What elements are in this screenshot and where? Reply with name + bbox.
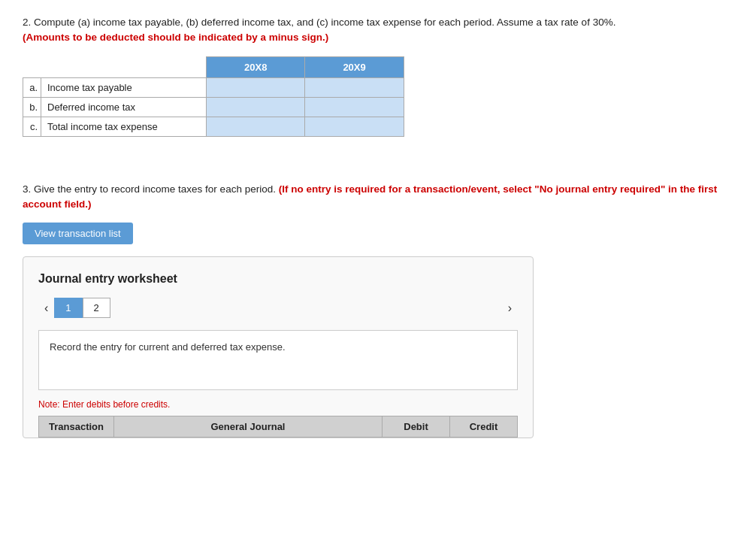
input-20x8-row-0[interactable]	[207, 77, 305, 97]
question3-main-text: 3. Give the entry to record income taxes…	[23, 183, 276, 195]
col-header-20x8: 20X8	[207, 56, 305, 77]
tab-2[interactable]: 2	[83, 298, 110, 318]
record-text: Record the entry for current and deferre…	[50, 341, 286, 353]
journal-th-credit: Credit	[450, 416, 518, 438]
input-20x9-field-0[interactable]	[305, 78, 403, 97]
tax-table-row: a. Income tax payable	[23, 77, 404, 97]
row-label-0: Income tax payable	[41, 77, 207, 97]
record-instruction-box: Record the entry for current and deferre…	[38, 330, 518, 390]
col-header-20x9: 20X9	[305, 56, 404, 77]
journal-th-transaction: Transaction	[39, 416, 114, 438]
input-20x8-field-2[interactable]	[207, 117, 304, 136]
next-tab-arrow[interactable]: ›	[502, 298, 518, 318]
input-20x9-row-0[interactable]	[305, 77, 404, 97]
question2-text: 2. Compute (a) income tax payable, (b) d…	[23, 15, 733, 46]
note-text: Note: Enter debits before credits.	[38, 399, 518, 410]
input-20x8-field-1[interactable]	[207, 98, 304, 117]
journal-table: Transaction General Journal Debit Credit	[38, 416, 518, 438]
tax-table-wrapper: 20X8 20X9 a. Income tax payable b. Defer…	[23, 56, 733, 137]
journal-entry-worksheet: Journal entry worksheet ‹ 1 2 › Record t…	[23, 256, 534, 438]
input-20x8-row-2[interactable]	[207, 117, 305, 136]
input-20x9-row-1[interactable]	[305, 97, 404, 117]
input-20x9-field-2[interactable]	[305, 117, 403, 136]
tab-navigation: ‹ 1 2 ›	[38, 298, 518, 318]
question2-red-text: (Amounts to be deducted should be indica…	[23, 32, 328, 43]
prev-tab-arrow[interactable]: ‹	[38, 298, 54, 318]
row-label-1: Deferred income tax	[41, 97, 207, 117]
row-letter-0: a.	[23, 77, 41, 97]
journal-th-debit: Debit	[383, 416, 450, 438]
question2-main-text: 2. Compute (a) income tax payable, (b) d…	[23, 17, 615, 28]
journal-th-general: General Journal	[114, 416, 383, 438]
input-20x8-row-1[interactable]	[207, 97, 305, 117]
journal-title: Journal entry worksheet	[38, 272, 518, 286]
input-20x9-field-1[interactable]	[305, 98, 403, 117]
view-transaction-list-button[interactable]: View transaction list	[23, 223, 133, 244]
input-20x8-field-0[interactable]	[207, 78, 304, 97]
question3-text: 3. Give the entry to record income taxes…	[23, 182, 733, 213]
tax-table: 20X8 20X9 a. Income tax payable b. Defer…	[23, 56, 404, 137]
row-label-2: Total income tax expense	[41, 117, 207, 136]
tax-table-row: b. Deferred income tax	[23, 97, 404, 117]
row-letter-2: c.	[23, 117, 41, 136]
tax-table-row: c. Total income tax expense	[23, 117, 404, 136]
row-letter-1: b.	[23, 97, 41, 117]
input-20x9-row-2[interactable]	[305, 117, 404, 136]
tab-1[interactable]: 1	[54, 298, 82, 318]
